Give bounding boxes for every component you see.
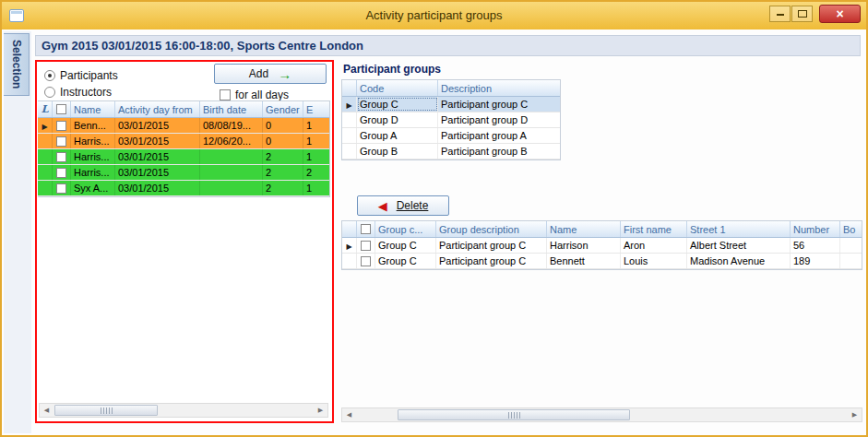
delete-button[interactable]: ◀ Delete bbox=[357, 195, 449, 216]
table-row[interactable]: ▶ Group C Participant group C Harrison A… bbox=[342, 238, 862, 254]
cell-activity-day-from: 03/01/2015 bbox=[115, 149, 200, 164]
cell-name: Harris... bbox=[71, 134, 115, 148]
column-header-number[interactable]: Number bbox=[791, 221, 840, 237]
checkbox-icon bbox=[56, 152, 66, 162]
select-all-checkbox[interactable] bbox=[357, 221, 375, 237]
radio-instructors-label: Instructors bbox=[60, 86, 112, 99]
participants-grid: L Name Activity day from Birth date Gend… bbox=[38, 100, 330, 197]
column-header-activity-day-from[interactable]: Activity day from bbox=[115, 101, 200, 117]
cell-number: 189 bbox=[791, 254, 840, 268]
table-row[interactable]: ▶ Benn... 03/01/2015 08/08/19... 0 1 bbox=[38, 118, 329, 134]
row-indicator-cell: ▶ bbox=[38, 118, 53, 133]
radio-off-icon bbox=[44, 87, 55, 98]
select-all-checkbox[interactable] bbox=[53, 101, 71, 117]
column-header-name[interactable]: Name bbox=[547, 221, 621, 237]
table-row[interactable]: Syx A... 03/01/2015 2 1 bbox=[38, 181, 329, 196]
cell-birth-date: 08/08/19... bbox=[200, 118, 263, 133]
activity-header: Gym 2015 03/01/2015 16:00-18:00, Sports … bbox=[35, 35, 861, 56]
cell-gender: 0 bbox=[263, 118, 303, 133]
column-header-birth-date[interactable]: Birth date bbox=[200, 101, 263, 117]
table-row[interactable]: Harris... 03/01/2015 12/06/20... 0 1 bbox=[38, 134, 329, 149]
row-indicator-cell: ▶ bbox=[342, 238, 357, 253]
column-header-box[interactable]: Bo bbox=[840, 221, 862, 237]
participant-groups-title: Participant groups bbox=[343, 63, 441, 76]
add-button-label: Add bbox=[249, 67, 268, 80]
cell-e: 1 bbox=[303, 181, 329, 195]
cell-birth-date bbox=[200, 165, 263, 180]
cell-code: Group C bbox=[357, 97, 438, 112]
checkbox-icon bbox=[361, 241, 371, 251]
scroll-right-icon[interactable]: ▶ bbox=[848, 408, 862, 421]
current-row-icon: ▶ bbox=[346, 242, 351, 251]
table-row[interactable]: Group B Participant group B bbox=[342, 144, 560, 159]
column-header-group-code[interactable]: Group c... bbox=[375, 221, 436, 237]
table-row[interactable]: Harris... 03/01/2015 2 2 bbox=[38, 165, 329, 181]
row-checkbox[interactable] bbox=[357, 238, 375, 253]
row-checkbox[interactable] bbox=[53, 165, 71, 180]
cell-group-description: Participant group C bbox=[436, 238, 547, 253]
minimize-button[interactable] bbox=[769, 6, 791, 22]
cell-e: 1 bbox=[303, 134, 329, 148]
column-header-code[interactable]: Code bbox=[357, 80, 438, 96]
tab-selection[interactable]: Selection bbox=[4, 33, 30, 96]
add-arrow-icon: → bbox=[278, 67, 291, 81]
checkbox-icon bbox=[56, 136, 66, 147]
cell-street: Madison Avenue bbox=[687, 254, 791, 268]
cell-activity-day-from: 03/01/2015 bbox=[115, 181, 200, 195]
for-all-days-checkbox[interactable]: for all days bbox=[220, 89, 289, 101]
participants-hscrollbar[interactable]: ◀ ▶ bbox=[39, 403, 328, 418]
row-checkbox[interactable] bbox=[53, 134, 71, 148]
scrollbar-thumb[interactable] bbox=[54, 405, 158, 416]
column-header-first-name[interactable]: First name bbox=[621, 221, 687, 237]
scroll-left-icon[interactable]: ◀ bbox=[40, 404, 54, 417]
table-row[interactable]: Harris... 03/01/2015 2 1 bbox=[38, 149, 329, 165]
table-row[interactable]: Group A Participant group A bbox=[342, 128, 560, 144]
participants-grid-header: L Name Activity day from Birth date Gend… bbox=[38, 101, 329, 118]
cell-birth-date: 12/06/20... bbox=[200, 134, 263, 148]
cell-gender: 2 bbox=[263, 149, 303, 164]
column-header-group-description[interactable]: Group description bbox=[436, 221, 547, 237]
radio-instructors[interactable]: Instructors bbox=[44, 86, 112, 99]
cell-code: Group D bbox=[357, 112, 438, 127]
row-checkbox[interactable] bbox=[53, 181, 71, 195]
column-header-description[interactable]: Description bbox=[438, 80, 560, 96]
scrollbar-thumb[interactable] bbox=[398, 409, 630, 420]
cell-name: Harris... bbox=[71, 149, 115, 164]
members-grid-header: Group c... Group description Name First … bbox=[342, 221, 862, 238]
column-header-e[interactable]: E bbox=[303, 101, 329, 117]
column-header-gender[interactable]: Gender bbox=[263, 101, 303, 117]
cell-description: Participant group C bbox=[438, 97, 560, 112]
close-icon: × bbox=[836, 6, 843, 21]
radio-participants[interactable]: Participants bbox=[44, 69, 118, 82]
row-checkbox[interactable] bbox=[53, 118, 71, 133]
delete-button-label: Delete bbox=[397, 199, 429, 212]
activity-participant-groups-window: Activity participant groups × Selection … bbox=[0, 0, 868, 437]
scroll-right-icon[interactable]: ▶ bbox=[314, 404, 327, 417]
cell-e: 1 bbox=[303, 149, 329, 164]
for-all-days-label: for all days bbox=[235, 89, 289, 101]
cell-e: 1 bbox=[303, 118, 329, 133]
row-indicator-cell bbox=[38, 149, 53, 164]
titlebar[interactable]: Activity participant groups × bbox=[2, 2, 866, 30]
cell-number: 56 bbox=[791, 238, 840, 253]
add-button[interactable]: Add → bbox=[214, 64, 327, 84]
cell-street: Albert Street bbox=[687, 238, 791, 253]
members-hscrollbar[interactable]: ◀ ▶ bbox=[341, 407, 862, 422]
cell-box bbox=[840, 254, 862, 268]
checkbox-icon bbox=[220, 89, 231, 100]
table-row[interactable]: ▶ Group C Participant group C bbox=[342, 97, 560, 112]
table-row[interactable]: Group C Participant group C Bennett Loui… bbox=[342, 254, 862, 269]
row-checkbox[interactable] bbox=[357, 254, 375, 268]
scroll-left-icon[interactable]: ◀ bbox=[342, 408, 356, 421]
cell-name: Bennett bbox=[547, 254, 621, 268]
maximize-button[interactable] bbox=[791, 6, 813, 22]
column-header-name[interactable]: Name bbox=[71, 101, 115, 117]
row-indicator-cell bbox=[342, 254, 357, 268]
column-header-street[interactable]: Street 1 bbox=[687, 221, 791, 237]
current-row-icon: ▶ bbox=[346, 101, 351, 110]
activity-header-label: Gym 2015 03/01/2015 16:00-18:00, Sports … bbox=[42, 39, 363, 53]
close-button[interactable]: × bbox=[819, 5, 861, 23]
cell-birth-date bbox=[200, 149, 263, 164]
row-checkbox[interactable] bbox=[53, 149, 71, 164]
table-row[interactable]: Group D Participant group D bbox=[342, 112, 560, 128]
